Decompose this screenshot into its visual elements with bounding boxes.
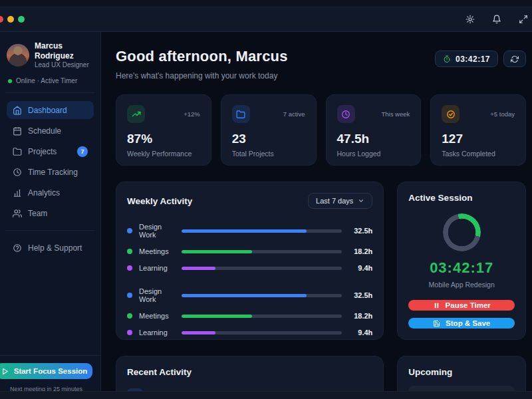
header-timer-badge: 03:42:17: [435, 51, 498, 67]
sidebar-item-analytics[interactable]: Analytics: [7, 184, 94, 201]
sidebar-item-schedule[interactable]: Schedule: [7, 122, 94, 140]
start-focus-session-button[interactable]: Start Focus Session: [0, 363, 92, 379]
folder-icon: [13, 147, 22, 156]
stat-value: 87%: [127, 132, 200, 146]
page-title: Good afternoon, Marcus: [116, 48, 288, 65]
stat-badge: +12%: [184, 110, 200, 118]
stat-card-total-projects[interactable]: 7 active 23 Total Projects: [221, 94, 317, 166]
stat-value: 23: [232, 132, 305, 146]
topbar: [0, 7, 532, 32]
avatar: [7, 44, 29, 66]
activity-rows: Design Work 32.5h Meetings 18.2h Learnin…: [127, 223, 372, 336]
stop-save-button[interactable]: Stop & Save: [408, 318, 515, 329]
zoom-window-button[interactable]: [18, 16, 25, 23]
minimize-window-button[interactable]: [7, 16, 14, 23]
settings-icon[interactable]: [462, 11, 479, 28]
session-progress-ring: [443, 213, 481, 251]
activity-row-learning: Learning 9.4h: [127, 329, 372, 336]
sidebar-item-projects[interactable]: Projects 7: [7, 142, 94, 160]
bar-chart-icon: [13, 188, 22, 198]
titlebar: [0, 0, 532, 7]
stat-label: Hours Logged: [337, 150, 410, 158]
user-role: Lead UX Designer: [35, 61, 94, 68]
main-header: Good afternoon, Marcus Here's what's hap…: [116, 48, 526, 80]
chevron-down-icon: [358, 198, 364, 204]
save-icon: [433, 320, 440, 327]
status-text: Online · Active Timer: [16, 77, 77, 84]
stat-badge: 7 active: [283, 110, 305, 118]
users-icon: [13, 209, 22, 218]
stat-badge: +5 today: [490, 110, 515, 118]
divider: [5, 92, 95, 93]
session-project: Mobile App Redesign: [408, 281, 515, 289]
stat-badge: This week: [381, 110, 410, 118]
sidebar-item-time-tracking[interactable]: Time Tracking: [7, 163, 94, 181]
stat-card-tasks-completed[interactable]: +5 today 127 Tasks Completed: [430, 94, 526, 166]
stat-label: Total Projects: [232, 150, 305, 158]
user-name: Marcus Rodriguez: [35, 41, 94, 61]
activity-row-design-work: Design Work 32.5h: [127, 223, 372, 239]
clock-icon: [13, 168, 22, 177]
session-timer: 03:42:17: [408, 259, 515, 277]
stat-label: Tasks Completed: [442, 150, 515, 158]
online-dot-icon: [8, 79, 12, 83]
expand-icon[interactable]: [515, 11, 532, 28]
stopwatch-icon: [443, 55, 451, 63]
pause-timer-button[interactable]: Pause Timer: [408, 300, 515, 311]
weekly-activity-panel: Weekly Activity Last 7 days Design Work …: [116, 182, 384, 340]
stats-row: +12% 87% Weekly Performance 7 active 23 …: [116, 94, 526, 166]
home-icon: [13, 106, 22, 115]
notifications-bell-icon[interactable]: [488, 11, 505, 28]
divider: [5, 230, 95, 231]
calendar-icon: [13, 126, 22, 136]
stat-value: 47.5h: [337, 132, 410, 146]
trending-up-icon: [132, 110, 141, 119]
page-subtitle: Here's what's happening with your work t…: [116, 71, 288, 80]
sidebar-item-team[interactable]: Team: [7, 204, 94, 222]
activity-row-meetings: Meetings 18.2h: [127, 247, 372, 255]
refresh-icon: [511, 55, 519, 63]
sidebar: Marcus Rodriguez Lead UX Designer Online…: [0, 32, 101, 399]
pause-icon: [433, 302, 440, 309]
refresh-button[interactable]: [503, 51, 526, 67]
activity-row-learning: Learning 9.4h: [127, 264, 372, 272]
sidebar-item-help-support[interactable]: Help & Support: [7, 239, 94, 257]
active-session-title: Active Session: [408, 193, 515, 203]
check-circle-icon: [446, 110, 456, 119]
stat-card-weekly-performance[interactable]: +12% 87% Weekly Performance: [116, 94, 211, 166]
projects-count-badge: 7: [77, 146, 88, 157]
app-window: Marcus Rodriguez Lead UX Designer Online…: [0, 0, 532, 399]
help-circle-icon: [13, 243, 22, 253]
folder-icon: [236, 110, 245, 119]
stat-label: Weekly Performance: [127, 150, 200, 158]
recent-activity-title: Recent Activity: [127, 367, 372, 377]
bottom-edge-strip: [0, 391, 532, 399]
main-content: Good afternoon, Marcus Here's what's hap…: [101, 32, 532, 399]
sidebar-item-dashboard[interactable]: Dashboard: [7, 101, 94, 119]
user-profile[interactable]: Marcus Rodriguez Lead UX Designer: [7, 41, 94, 68]
activity-row-design-work: Design Work 32.5h: [127, 287, 372, 303]
activity-row-meetings: Meetings 18.2h: [127, 312, 372, 320]
clock-icon: [341, 110, 350, 119]
window-controls: [0, 16, 25, 23]
active-session-panel: Active Session 03:42:17 Mobile App Redes…: [397, 182, 526, 340]
weekly-activity-title: Weekly Activity: [127, 196, 192, 206]
range-selector-dropdown[interactable]: Last 7 days: [308, 193, 372, 209]
stat-value: 127: [442, 132, 515, 146]
sidebar-nav: Dashboard Schedule Projects 7 Time Track…: [7, 101, 94, 222]
upcoming-title: Upcoming: [408, 367, 515, 377]
header-timer-value: 03:42:17: [456, 55, 490, 64]
status-indicator: Online · Active Timer: [8, 77, 94, 84]
sidebar-footer: Start Focus Session Next meeting in 25 m…: [0, 355, 100, 392]
stat-card-hours-logged[interactable]: This week 47.5h Hours Logged: [326, 94, 422, 166]
close-window-button[interactable]: [0, 16, 3, 23]
play-icon: [1, 368, 9, 375]
